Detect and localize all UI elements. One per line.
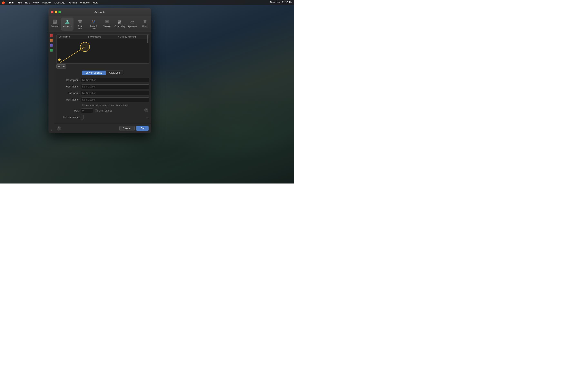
segmented-control: Server Settings Advanced bbox=[56, 71, 149, 75]
composing-icon bbox=[116, 18, 123, 25]
menubar-view[interactable]: View bbox=[33, 1, 39, 4]
auth-select-wrapper bbox=[81, 115, 149, 119]
rules-label: Rules bbox=[142, 25, 148, 27]
toolbar-fonts[interactable]: Fonts & Colors bbox=[86, 17, 100, 31]
ssl-checkbox[interactable] bbox=[95, 109, 98, 112]
viewing-icon bbox=[104, 18, 110, 25]
sidebar-item-2[interactable] bbox=[49, 38, 54, 43]
svg-point-8 bbox=[92, 20, 95, 23]
hostname-row: Host Name: bbox=[56, 98, 149, 102]
sidebar-item-3[interactable] bbox=[49, 43, 54, 48]
svg-rect-2 bbox=[53, 21, 56, 22]
password-label: Password: bbox=[56, 92, 81, 95]
sidebar-dot-orange bbox=[50, 39, 53, 42]
apple-menu-icon[interactable]: 🍎 bbox=[2, 1, 5, 4]
titlebar: Accounts bbox=[49, 8, 151, 16]
svg-rect-16 bbox=[144, 22, 146, 23]
annotation-line bbox=[57, 39, 149, 63]
main-content: + Description Server Name In Use By Acco… bbox=[49, 33, 151, 133]
password-input[interactable] bbox=[81, 91, 149, 95]
titlebar-buttons bbox=[51, 11, 61, 13]
menubar-window[interactable]: Window bbox=[80, 1, 89, 4]
general-icon bbox=[52, 18, 58, 25]
auth-label: Authentication: bbox=[56, 116, 81, 119]
ssl-label: Use TLS/SSL bbox=[99, 109, 112, 112]
menubar-battery: 28% bbox=[270, 1, 275, 4]
server-list-body[interactable]: + bbox=[57, 39, 149, 63]
username-label: User Name: bbox=[56, 85, 81, 88]
ssl-group: Use TLS/SSL bbox=[95, 109, 112, 112]
svg-rect-1 bbox=[53, 20, 56, 21]
menubar-message[interactable]: Message bbox=[54, 1, 65, 4]
tab-advanced[interactable]: Advanced bbox=[106, 71, 123, 75]
cancel-button[interactable]: Cancel bbox=[120, 126, 135, 131]
sidebar-dot-green bbox=[50, 49, 53, 52]
auto-manage-label: Automatically manage connection settings bbox=[86, 104, 128, 106]
maximize-button[interactable] bbox=[58, 11, 61, 13]
menubar-app-name[interactable]: Mail bbox=[9, 1, 14, 4]
help-button[interactable]: ? bbox=[57, 126, 61, 131]
port-input[interactable] bbox=[81, 108, 93, 113]
sidebar-item-1[interactable] bbox=[49, 33, 54, 38]
menubar-mailbox[interactable]: Mailbox bbox=[42, 1, 51, 4]
toolbar: General @ Accounts Junk Mail bbox=[49, 16, 151, 33]
svg-line-17 bbox=[60, 47, 85, 63]
junk-label: Junk Mail bbox=[76, 25, 84, 30]
svg-text:@: @ bbox=[67, 20, 68, 22]
close-button[interactable] bbox=[51, 11, 53, 13]
annotation-overlay: + bbox=[57, 39, 149, 63]
description-label: Description: bbox=[56, 79, 81, 82]
list-controls: + − bbox=[56, 64, 149, 68]
menubar-time: Mon 12:36 PM bbox=[277, 1, 292, 4]
toolbar-composing[interactable]: Composing bbox=[113, 17, 126, 31]
viewing-label: Viewing bbox=[104, 25, 111, 27]
rules-icon bbox=[142, 18, 148, 25]
annotation-plus-icon: + bbox=[84, 44, 86, 49]
scrollbar-track[interactable] bbox=[147, 35, 149, 63]
accounts-icon: @ bbox=[64, 18, 71, 25]
menubar-file[interactable]: File bbox=[17, 1, 22, 4]
composing-label: Composing bbox=[114, 25, 125, 27]
minimize-button[interactable] bbox=[55, 11, 57, 13]
add-server-button[interactable]: + bbox=[56, 64, 61, 68]
general-label: General bbox=[51, 25, 58, 27]
accounts-window: Accounts General @ Acc bbox=[49, 8, 151, 133]
password-row: Password: bbox=[56, 91, 149, 95]
junk-icon bbox=[77, 18, 83, 25]
remove-server-button[interactable]: − bbox=[61, 64, 66, 68]
menubar-format[interactable]: Format bbox=[68, 1, 77, 4]
description-row: Description: bbox=[56, 78, 149, 82]
sidebar-add-button[interactable]: + bbox=[49, 128, 54, 132]
toolbar-signatures[interactable]: Signatures bbox=[126, 17, 138, 31]
toolbar-junk[interactable]: Junk Mail bbox=[74, 17, 86, 31]
window-title: Accounts bbox=[94, 11, 105, 14]
username-input[interactable] bbox=[81, 84, 149, 89]
svg-rect-7 bbox=[78, 20, 82, 21]
col-server-name: Server Name bbox=[88, 35, 117, 38]
menubar-edit[interactable]: Edit bbox=[25, 1, 30, 4]
right-panel: Description Server Name In Use By Accoun… bbox=[54, 33, 151, 133]
hostname-label: Host Name: bbox=[56, 98, 81, 101]
auto-manage-checkbox[interactable] bbox=[82, 104, 85, 106]
menubar-help[interactable]: Help bbox=[93, 1, 98, 4]
sidebar-item-4[interactable] bbox=[49, 48, 54, 52]
sidebar: + bbox=[49, 33, 54, 133]
toolbar-general[interactable]: General bbox=[49, 17, 61, 31]
server-list: Description Server Name In Use By Accoun… bbox=[56, 34, 149, 64]
toolbar-rules[interactable]: Rules bbox=[139, 17, 151, 31]
toolbar-accounts[interactable]: @ Accounts bbox=[61, 17, 73, 31]
description-input[interactable] bbox=[81, 78, 149, 82]
toolbar-viewing[interactable]: Viewing bbox=[101, 17, 113, 31]
ok-button[interactable]: OK bbox=[136, 126, 149, 131]
hostname-input[interactable] bbox=[81, 98, 149, 102]
settings-help-button[interactable]: ? bbox=[144, 108, 148, 112]
annotation-circle: + bbox=[80, 42, 90, 52]
svg-rect-13 bbox=[118, 21, 120, 21]
menubar: 🍎 Mail File Edit View Mailbox Message Fo… bbox=[0, 0, 294, 5]
auth-row: Authentication: bbox=[56, 115, 149, 119]
auth-select[interactable] bbox=[81, 115, 84, 119]
tab-server-settings[interactable]: Server Settings bbox=[82, 71, 106, 75]
window-footer: ? Cancel OK bbox=[54, 124, 151, 133]
username-row: User Name: bbox=[56, 84, 149, 89]
sidebar-dot-red bbox=[50, 34, 53, 37]
